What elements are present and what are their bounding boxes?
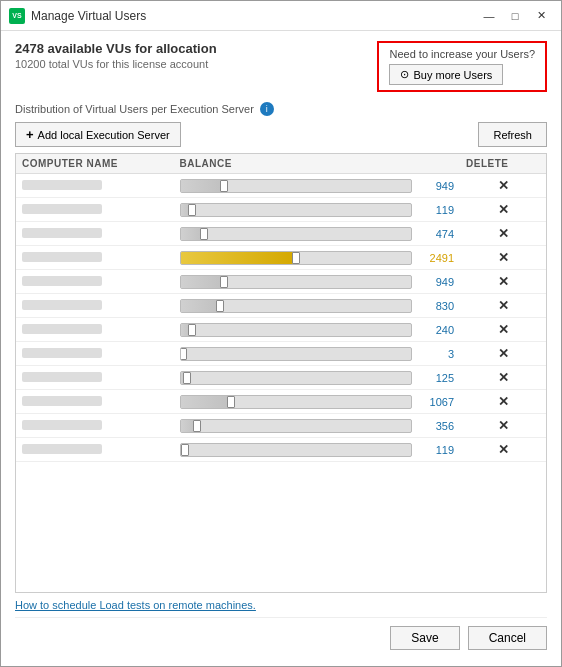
slider-value: 1067 [416,396,454,408]
delete-button[interactable]: ✕ [498,394,509,409]
window-title: Manage Virtual Users [31,9,477,23]
slider-container: 1067 [180,395,454,409]
available-vus-label: 2478 available VUs for allocation [15,41,217,56]
delete-cell: ✕ [460,438,546,462]
slider-thumb[interactable] [227,396,235,408]
slider-track[interactable] [180,179,412,193]
slider-fill [181,300,220,312]
slider-thumb[interactable] [292,252,300,264]
slider-thumb[interactable] [188,204,196,216]
table-body: 949✕119✕474✕2491✕949✕830✕240✕3✕125✕1067✕… [16,174,546,462]
refresh-button[interactable]: Refresh [478,122,547,147]
balance-cell: 356 [174,414,460,438]
buy-users-box: Need to increase your Users? ⊙ Buy more … [377,41,547,92]
vu-info: 2478 available VUs for allocation 10200 … [15,41,217,70]
blurred-name [22,204,102,214]
delete-button[interactable]: ✕ [498,442,509,457]
col-header-delete: DELETE [460,154,546,174]
server-name-cell [16,246,174,270]
footer-link: How to schedule Load tests on remote mac… [15,593,547,617]
table-row: 119✕ [16,438,546,462]
servers-table: COMPUTER NAME BALANCE DELETE 949✕119✕474… [16,154,546,462]
delete-button[interactable]: ✕ [498,226,509,241]
blurred-name [22,396,102,406]
close-button[interactable]: ✕ [529,6,553,26]
blurred-name [22,300,102,310]
title-bar: VS Manage Virtual Users — □ ✕ [1,1,561,31]
balance-cell: 830 [174,294,460,318]
slider-thumb[interactable] [193,420,201,432]
delete-button[interactable]: ✕ [498,178,509,193]
balance-cell: 3 [174,342,460,366]
add-local-execution-server-button[interactable]: + Add local Execution Server [15,122,181,147]
delete-cell: ✕ [460,342,546,366]
col-header-name: COMPUTER NAME [16,154,174,174]
buy-box-title: Need to increase your Users? [389,48,535,60]
slider-fill [181,252,296,264]
slider-container: 2491 [180,251,454,265]
cancel-button[interactable]: Cancel [468,626,547,650]
slider-track[interactable] [180,443,412,457]
blurred-name [22,420,102,430]
slider-fill [181,396,232,408]
delete-cell: ✕ [460,270,546,294]
delete-button[interactable]: ✕ [498,202,509,217]
manage-virtual-users-window: VS Manage Virtual Users — □ ✕ 2478 avail… [0,0,562,667]
slider-track[interactable] [180,251,412,265]
info-icon[interactable]: i [260,102,274,116]
slider-value: 119 [416,204,454,216]
slider-track[interactable] [180,347,412,361]
table-row: 949✕ [16,174,546,198]
slider-thumb[interactable] [180,348,187,360]
toolbar: + Add local Execution Server Refresh [15,122,547,147]
delete-button[interactable]: ✕ [498,418,509,433]
balance-cell: 119 [174,198,460,222]
slider-value: 356 [416,420,454,432]
minimize-button[interactable]: — [477,6,501,26]
slider-thumb[interactable] [216,300,224,312]
balance-cell: 1067 [174,390,460,414]
window-controls: — □ ✕ [477,6,553,26]
buy-more-users-button[interactable]: ⊙ Buy more Users [389,64,503,85]
delete-cell: ✕ [460,318,546,342]
slider-track[interactable] [180,275,412,289]
maximize-button[interactable]: □ [503,6,527,26]
balance-cell: 240 [174,318,460,342]
table-header-row: COMPUTER NAME BALANCE DELETE [16,154,546,174]
slider-thumb[interactable] [188,324,196,336]
slider-thumb[interactable] [220,180,228,192]
delete-button[interactable]: ✕ [498,274,509,289]
delete-cell: ✕ [460,222,546,246]
slider-thumb[interactable] [220,276,228,288]
slider-container: 240 [180,323,454,337]
slider-value: 119 [416,444,454,456]
slider-track[interactable] [180,227,412,241]
delete-button[interactable]: ✕ [498,370,509,385]
window-body: 2478 available VUs for allocation 10200 … [1,31,561,666]
save-button[interactable]: Save [390,626,459,650]
slider-track[interactable] [180,419,412,433]
load-test-remote-link[interactable]: How to schedule Load tests on remote mac… [15,599,256,611]
delete-cell: ✕ [460,246,546,270]
table-row: 474✕ [16,222,546,246]
servers-table-container[interactable]: COMPUTER NAME BALANCE DELETE 949✕119✕474… [15,153,547,593]
slider-track[interactable] [180,203,412,217]
slider-track[interactable] [180,323,412,337]
delete-button[interactable]: ✕ [498,250,509,265]
server-name-cell [16,366,174,390]
delete-button[interactable]: ✕ [498,322,509,337]
slider-container: 474 [180,227,454,241]
slider-value: 830 [416,300,454,312]
delete-button[interactable]: ✕ [498,346,509,361]
slider-thumb[interactable] [183,372,191,384]
slider-thumb[interactable] [200,228,208,240]
slider-value: 240 [416,324,454,336]
distribution-label: Distribution of Virtual Users per Execut… [15,102,547,116]
slider-track[interactable] [180,371,412,385]
slider-thumb[interactable] [181,444,189,456]
slider-track[interactable] [180,299,412,313]
delete-button[interactable]: ✕ [498,298,509,313]
table-row: 3✕ [16,342,546,366]
slider-track[interactable] [180,395,412,409]
table-row: 2491✕ [16,246,546,270]
